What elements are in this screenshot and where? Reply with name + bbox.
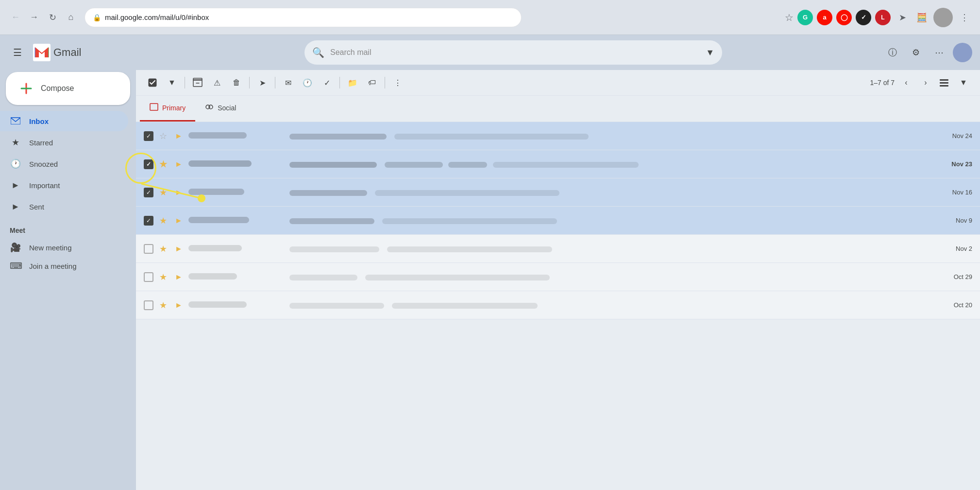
chrome-menu[interactable]: ⋮ xyxy=(957,10,972,25)
browser-extensions: ☆ G a ◯ ✓ L ➤ 🧮 ⋮ xyxy=(785,8,972,27)
gmail-container: ☰ Gmail Compose xyxy=(0,35,980,490)
search-dropdown-icon[interactable]: ▼ xyxy=(706,48,714,58)
tab-social[interactable]: Social xyxy=(195,96,246,122)
bookmark-icon[interactable]: ☆ xyxy=(785,12,794,23)
other-ext[interactable]: ◯ xyxy=(836,10,852,25)
email-checkbox[interactable]: ✓ xyxy=(144,159,153,169)
sidebar-item-important[interactable]: ► Important xyxy=(0,175,128,195)
email-star-icon[interactable]: ☆ xyxy=(157,131,169,141)
email-content xyxy=(289,301,934,309)
move-button[interactable]: 📁 xyxy=(344,74,361,91)
sent-label: Sent xyxy=(29,203,120,211)
back-button[interactable]: ← xyxy=(8,10,23,25)
archive-button[interactable] xyxy=(189,74,206,91)
label-button[interactable]: 🏷 xyxy=(363,74,381,91)
home-button[interactable]: ⌂ xyxy=(63,10,79,25)
user-avatar[interactable] xyxy=(953,43,972,62)
toolbar-divider-3 xyxy=(275,77,275,88)
help-button[interactable]: ⓘ xyxy=(883,43,902,62)
email-star-icon[interactable]: ★ xyxy=(157,300,169,311)
email-content xyxy=(289,273,934,281)
email-star-icon[interactable]: ★ xyxy=(157,272,169,282)
email-row[interactable]: ★ ► Oct 20 xyxy=(136,291,980,319)
forward-button[interactable]: → xyxy=(26,10,42,25)
hamburger-button[interactable]: ☰ xyxy=(8,43,27,62)
forward-as-button[interactable]: ➤ xyxy=(253,74,271,91)
email-checkbox[interactable] xyxy=(144,272,153,282)
sidebar-item-snoozed[interactable]: 🕐 Snoozed xyxy=(0,154,128,174)
layout-options-button[interactable]: ▼ xyxy=(955,74,972,91)
email-star-icon[interactable]: ★ xyxy=(157,244,169,254)
browser-avatar[interactable] xyxy=(933,8,953,27)
toolbar-pagination: 1–7 of 7 ‹ › xyxy=(870,75,933,90)
topbar-actions: ⓘ ⚙ ⋯ xyxy=(883,43,972,62)
add-task-button[interactable]: ✓ xyxy=(318,74,336,91)
email-row[interactable]: ✓ ☆ ► Nov 24 xyxy=(136,122,980,150)
email-sender xyxy=(188,132,286,140)
gmail-logo: Gmail xyxy=(33,44,81,61)
sidebar-item-sent[interactable]: ► Sent xyxy=(0,196,128,217)
svg-rect-8 xyxy=(940,82,948,84)
email-checkbox[interactable]: ✓ xyxy=(144,131,153,141)
email-sender xyxy=(188,273,286,281)
email-star-icon[interactable]: ★ xyxy=(157,215,169,226)
address-bar[interactable]: 🔒 mail.google.com/mail/u/0/#inbox xyxy=(84,8,522,27)
more-actions-button[interactable]: ⋮ xyxy=(389,74,406,91)
email-checkbox[interactable] xyxy=(144,244,153,254)
email-important-icon: ► xyxy=(173,188,185,197)
join-meeting-item[interactable]: ⌨ Join a meeting xyxy=(10,257,126,275)
sidebar-item-inbox[interactable]: Inbox xyxy=(0,111,128,131)
email-checkbox[interactable]: ✓ xyxy=(144,188,153,197)
forward-ext[interactable]: ➤ xyxy=(895,10,910,25)
sidebar-item-starred[interactable]: ★ Starred xyxy=(0,132,128,153)
new-meeting-item[interactable]: 🎥 New meeting xyxy=(10,238,126,257)
meet-section: Meet 🎥 New meeting ⌨ Join a meeting xyxy=(0,219,136,279)
next-page-button[interactable]: › xyxy=(918,75,933,90)
browser-nav-buttons: ← → ↻ ⌂ xyxy=(8,10,79,25)
grammarly-ext[interactable]: G xyxy=(797,10,813,25)
compose-button[interactable]: Compose xyxy=(6,72,130,105)
check-ext[interactable]: ✓ xyxy=(856,10,871,25)
starred-label: Starred xyxy=(29,139,120,147)
layout-toggle-button[interactable] xyxy=(935,74,953,91)
sidebar-nav: Inbox ★ Starred 🕐 Snoozed ► Important ► … xyxy=(0,109,136,219)
search-placeholder[interactable]: Search mail xyxy=(330,48,700,57)
inbox-label: Inbox xyxy=(29,117,120,125)
email-sender xyxy=(188,189,286,196)
apps-button[interactable]: ⋯ xyxy=(929,43,949,62)
tab-social-label: Social xyxy=(218,104,236,112)
email-checkbox[interactable] xyxy=(144,300,153,310)
delete-button[interactable]: 🗑 xyxy=(228,74,245,91)
gmail-title: Gmail xyxy=(53,46,81,59)
star-nav-icon: ★ xyxy=(10,137,21,148)
email-sender xyxy=(188,217,286,225)
primary-tab-icon xyxy=(150,103,158,113)
extensions-btn[interactable]: 🧮 xyxy=(914,10,929,25)
email-star-icon[interactable]: ★ xyxy=(157,159,169,170)
email-checkbox[interactable]: ✓ xyxy=(144,216,153,226)
mark-unread-button[interactable]: ✉ xyxy=(279,74,297,91)
tab-primary-label: Primary xyxy=(162,104,186,112)
inbox-tabs: Primary Social xyxy=(136,96,980,122)
lastpass-ext[interactable]: L xyxy=(875,10,891,25)
email-important-icon: ► xyxy=(173,301,185,310)
select-dropdown-button[interactable]: ▼ xyxy=(163,74,181,91)
email-row[interactable]: ✓ ★ ► Nov 23 xyxy=(136,150,980,178)
email-date: Oct 20 xyxy=(938,301,972,309)
search-bar[interactable]: 🔍 Search mail ▼ xyxy=(304,40,722,65)
email-star-icon[interactable]: ★ xyxy=(157,187,169,198)
tab-primary[interactable]: Primary xyxy=(140,96,195,122)
spam-button[interactable]: ⚠ xyxy=(208,74,226,91)
prev-page-button[interactable]: ‹ xyxy=(898,75,914,90)
settings-button[interactable]: ⚙ xyxy=(906,43,926,62)
email-row[interactable]: ★ ► Oct 29 xyxy=(136,263,980,291)
pagination-text: 1–7 of 7 xyxy=(870,79,895,87)
email-row[interactable]: ✓ ★ ► Nov 16 xyxy=(136,178,980,207)
reload-button[interactable]: ↻ xyxy=(45,10,60,25)
snooze-button[interactable]: 🕐 xyxy=(299,74,316,91)
email-row[interactable]: ✓ ★ ► Nov 9 xyxy=(136,207,980,235)
select-all-button[interactable] xyxy=(144,74,161,91)
url-text: mail.google.com/mail/u/0/#inbox xyxy=(105,13,513,21)
adobe-ext[interactable]: a xyxy=(817,10,832,25)
email-row[interactable]: ★ ► Nov 2 xyxy=(136,235,980,263)
